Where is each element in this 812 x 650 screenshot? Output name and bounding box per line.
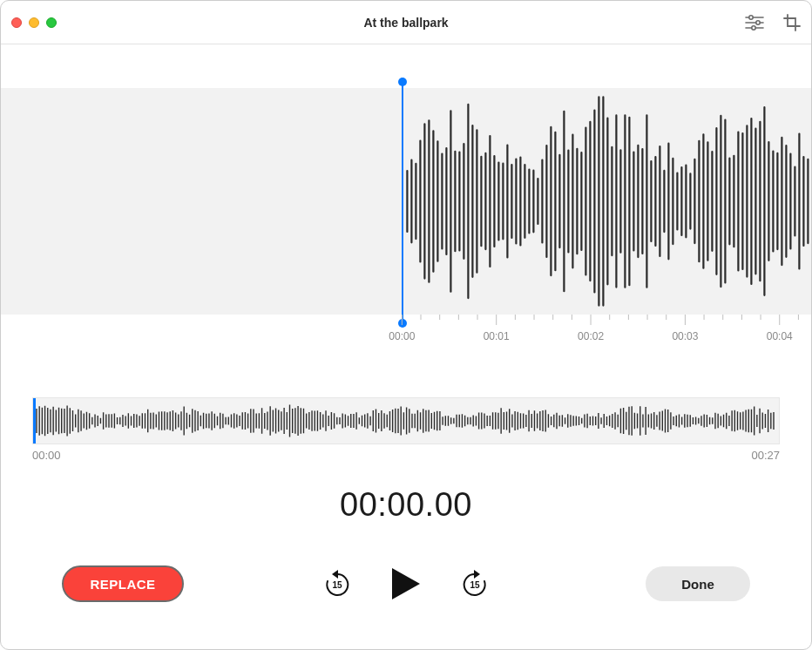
overview-playhead[interactable] bbox=[33, 398, 36, 443]
skip-back-15-button[interactable]: 15 bbox=[322, 569, 352, 599]
window-title: At the ballpark bbox=[1, 16, 811, 30]
timecode-display: 00:00.00 bbox=[1, 486, 811, 524]
play-button[interactable] bbox=[387, 565, 425, 603]
overview-waveform[interactable] bbox=[32, 397, 780, 444]
skip-back-label: 15 bbox=[332, 580, 342, 590]
app-window: At the ballpark bbox=[0, 0, 812, 650]
replace-button[interactable]: REPLACE bbox=[62, 565, 184, 602]
crop-icon[interactable] bbox=[783, 14, 801, 31]
window-controls bbox=[11, 17, 57, 28]
skip-forward-15-button[interactable]: 15 bbox=[460, 569, 490, 599]
svg-marker-6 bbox=[332, 570, 338, 579]
svg-marker-8 bbox=[474, 570, 480, 579]
editor-content: 00:0000:0100:0200:0300:04 00:00 00:27 00… bbox=[1, 44, 811, 649]
ruler-label: 00:00 bbox=[389, 330, 415, 342]
zoom-window-button[interactable] bbox=[46, 17, 57, 28]
svg-point-5 bbox=[752, 25, 755, 29]
playhead[interactable] bbox=[402, 83, 403, 322]
toolbar-right bbox=[745, 14, 801, 31]
overview-start-time: 00:00 bbox=[32, 449, 61, 462]
center-transport: 15 15 bbox=[322, 565, 490, 603]
minimize-window-button[interactable] bbox=[29, 17, 39, 28]
overview-end-time: 00:27 bbox=[751, 449, 780, 462]
svg-marker-7 bbox=[392, 568, 420, 599]
svg-point-1 bbox=[749, 15, 753, 18]
time-ruler: 00:0000:0100:0200:0300:04 bbox=[1, 315, 811, 345]
transport-controls: REPLACE 15 15 bbox=[1, 553, 811, 649]
svg-point-3 bbox=[756, 20, 760, 24]
ruler-label: 00:02 bbox=[578, 330, 604, 342]
ruler-label: 00:01 bbox=[484, 330, 510, 342]
titlebar: At the ballpark bbox=[1, 1, 811, 44]
ruler-label: 00:03 bbox=[672, 330, 698, 342]
overview-area: 00:00 00:27 bbox=[1, 397, 811, 462]
done-button[interactable]: Done bbox=[646, 566, 750, 601]
settings-icon[interactable] bbox=[745, 15, 764, 30]
ruler-label: 00:04 bbox=[767, 330, 793, 342]
skip-forward-label: 15 bbox=[470, 580, 480, 590]
detail-waveform-area: 00:0000:0100:0200:0300:04 bbox=[1, 44, 811, 349]
detail-waveform[interactable] bbox=[1, 88, 811, 315]
overview-time-labels: 00:00 00:27 bbox=[32, 449, 780, 462]
close-window-button[interactable] bbox=[11, 17, 22, 28]
